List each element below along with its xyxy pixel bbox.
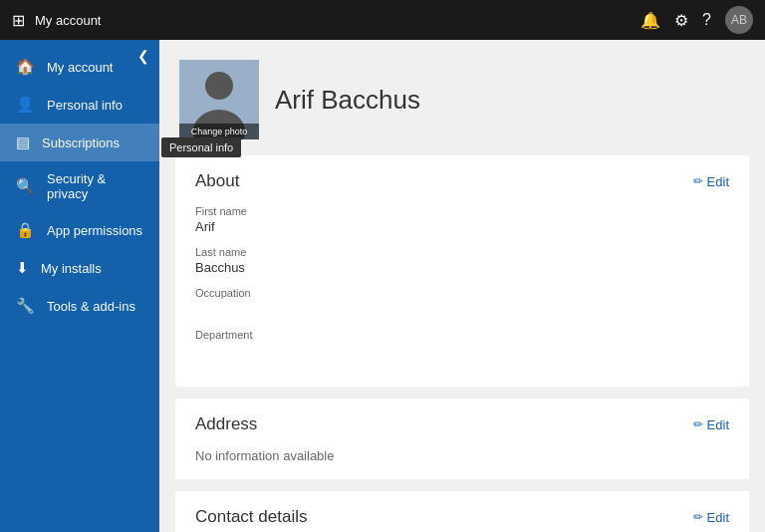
sidebar-item-label: My account [47,60,113,75]
pencil-icon: ✏ [693,510,703,524]
sidebar-item-label: Personal info [47,98,123,113]
occupation-label: Occupation [195,287,729,299]
about-card: About ✏ Edit First name Arif Last name B… [175,155,749,387]
contact-card: Contact details ✏ Edit Email arif@onmsft… [175,491,749,532]
occupation-field: Occupation [195,287,729,317]
avatar[interactable]: AB [725,6,753,34]
sidebar-item-label: Security & privacy [47,171,143,201]
subscriptions-icon: ▤ [16,133,30,151]
wrench-icon: 🔧 [16,297,35,315]
contact-title: Contact details [195,507,307,527]
sidebar-item-my-installs[interactable]: ⬇ My installs [0,249,159,287]
tooltip: Personal info [161,137,241,157]
first-name-field: First name Arif [195,205,729,234]
pencil-icon: ✏ [693,174,703,188]
grid-icon[interactable]: ⊞ [12,11,25,30]
home-icon: 🏠 [16,58,35,76]
sidebar-item-app-permissions[interactable]: 🔒 App permissions [0,211,159,249]
sidebar-item-label: Tools & add-ins [47,299,135,314]
sidebar-item-subscriptions[interactable]: ▤ Subscriptions [0,124,159,161]
topbar-actions: 🔔 ⚙ ? AB [640,6,753,34]
no-info-text: No information available [195,448,729,463]
last-name-field: Last name Bacchus [195,246,729,275]
pencil-icon: ✏ [693,417,703,431]
first-name-label: First name [195,205,729,217]
last-name-value: Bacchus [195,260,729,275]
content-area: Change photo Arif Bacchus About ✏ Edit F… [159,40,765,532]
first-name-value: Arif [195,219,729,234]
notification-icon[interactable]: 🔔 [640,11,660,30]
about-title: About [195,171,239,191]
sidebar-item-tools-addins[interactable]: 🔧 Tools & add-ins [0,287,159,325]
department-value [195,343,729,359]
main-layout: ❮ 🏠 My account 👤 Personal info ▤ Subscri… [0,40,765,532]
sidebar-item-label: Subscriptions [42,135,120,150]
profile-photo-container: Change photo [179,60,259,139]
address-title: Address [195,414,257,434]
contact-card-header: Contact details ✏ Edit [195,507,729,527]
person-icon: 👤 [16,96,35,114]
topbar: ⊞ My account 🔔 ⚙ ? AB [0,0,765,40]
department-field: Department [195,329,729,359]
topbar-title: My account [35,13,640,28]
department-label: Department [195,329,729,341]
address-card: Address ✏ Edit No information available [175,399,749,479]
svg-point-1 [205,72,233,100]
about-card-header: About ✏ Edit [195,171,729,191]
download-icon: ⬇ [16,259,29,277]
sidebar-item-personal-info[interactable]: 👤 Personal info [0,86,159,124]
profile-header: Change photo Arif Bacchus [159,40,765,155]
settings-icon[interactable]: ⚙ [674,11,688,30]
sidebar-item-my-account[interactable]: 🏠 My account [0,48,159,86]
address-card-header: Address ✏ Edit [195,414,729,434]
help-icon[interactable]: ? [702,11,711,29]
address-edit-button[interactable]: ✏ Edit [693,417,729,432]
last-name-label: Last name [195,246,729,258]
contact-edit-button[interactable]: ✏ Edit [693,510,729,525]
sidebar: ❮ 🏠 My account 👤 Personal info ▤ Subscri… [0,40,159,532]
sidebar-item-security-privacy[interactable]: 🔍 Security & privacy [0,161,159,211]
sidebar-item-label: My installs [41,261,102,276]
occupation-value [195,301,729,317]
profile-name: Arif Bacchus [275,85,420,116]
sidebar-item-label: App permissions [47,223,142,238]
about-edit-button[interactable]: ✏ Edit [693,174,729,189]
search-icon: 🔍 [16,177,35,195]
lock-icon: 🔒 [16,221,35,239]
